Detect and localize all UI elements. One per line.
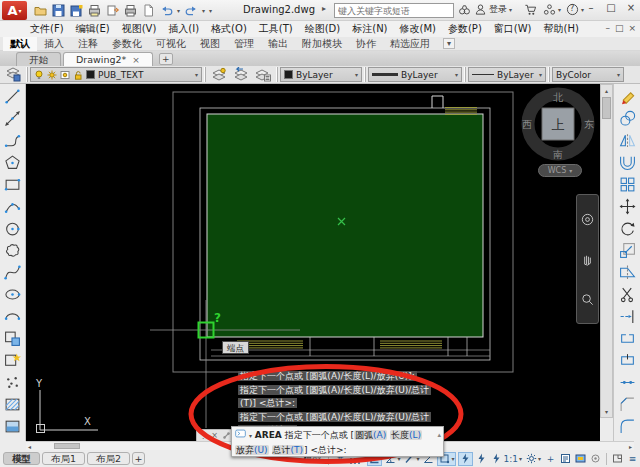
layer-states-icon[interactable] (252, 67, 274, 82)
menu-window[interactable]: 窗口(W) (488, 22, 538, 36)
menu-insert[interactable]: 插入(I) (162, 22, 205, 36)
close-button[interactable]: × (624, 2, 638, 13)
hardware-acceleration-icon[interactable] (574, 452, 587, 466)
new-layout-button[interactable]: + (132, 452, 145, 465)
new-drawing-tab-button[interactable]: + (159, 53, 173, 65)
redo-caret-icon[interactable]: ▾ (202, 7, 205, 14)
ribbon-tab-home[interactable]: 默认 (3, 37, 37, 51)
ribbon-tab-addins[interactable]: 附加模块 (295, 37, 349, 51)
menu-format[interactable]: 格式(O) (205, 22, 253, 36)
layer-color-swatch[interactable] (86, 70, 95, 79)
sign-in-control[interactable]: 登录 ▾ (474, 3, 512, 16)
viewcube-south-label[interactable]: 南 (553, 149, 563, 160)
spline-tool-icon[interactable] (1, 261, 25, 283)
annotation-autoscale-icon[interactable] (475, 452, 488, 466)
ribbon-display-toggle[interactable]: ▾ (443, 38, 455, 49)
plot-icon[interactable] (87, 3, 101, 17)
workspace-switching-icon[interactable]: ▾ (525, 452, 542, 466)
horizontal-scroll-thumb[interactable] (54, 443, 80, 449)
layout-tab-layout2[interactable]: 布局2 (87, 452, 130, 465)
layer-viewport-freeze-icon[interactable] (60, 70, 70, 80)
mirror-tool-icon[interactable] (615, 129, 639, 151)
application-menu-button[interactable]: A▾ (2, 1, 27, 20)
plot-style-dropdown[interactable]: ByColor ▾ (552, 67, 624, 82)
layer-properties-manager-icon[interactable] (2, 67, 24, 82)
title-flyout-icon[interactable]: ▸ (322, 4, 326, 13)
menu-modify[interactable]: 修改(M) (394, 22, 442, 36)
zoom-extents-icon[interactable] (580, 292, 595, 307)
viewcube[interactable]: 上 北 南 西 东 (522, 92, 594, 160)
menu-view[interactable]: 视图(V) (116, 22, 163, 36)
menu-help[interactable]: 帮助(H) (538, 22, 585, 36)
option-length-button[interactable]: 长度(L) (390, 430, 422, 440)
copy-tool-icon[interactable] (615, 107, 639, 129)
undo-caret-icon[interactable]: ▾ (177, 7, 180, 14)
viewcube-east-label[interactable]: 东 (584, 119, 594, 130)
new-sheet-icon[interactable] (141, 3, 155, 17)
rotate-tool-icon[interactable] (615, 217, 639, 239)
array-tool-icon[interactable] (615, 173, 639, 195)
app-store-cart-icon[interactable] (524, 3, 537, 16)
doc-restore-button[interactable]: □ (615, 23, 624, 33)
chamfer-tool-icon[interactable] (615, 393, 639, 415)
help-icon[interactable]: ?▾ (566, 3, 584, 16)
save-icon[interactable] (51, 3, 65, 17)
qat-customize-caret-icon[interactable]: ▾ (209, 7, 212, 14)
create-block-tool-icon[interactable] (1, 349, 25, 371)
ribbon-tab-insert[interactable]: 插入 (37, 37, 71, 51)
ribbon-tab-output[interactable]: 输出 (261, 37, 295, 51)
gradient-tool-icon[interactable] (1, 415, 25, 437)
layer-select-dropdown[interactable]: PUB_TEXT ▾ (30, 67, 202, 82)
maximize-button[interactable]: □ (604, 2, 618, 13)
layer-dropdown-caret-icon[interactable]: ▾ (195, 71, 198, 78)
ribbon-tab-manage[interactable]: 管理 (227, 37, 261, 51)
scale-tool-icon[interactable] (615, 239, 639, 261)
command-line-window[interactable]: ▾ AREA 指定下一个点或 [圆弧(A) 长度(L) ▴ 放弃(U) 总计(T… (231, 426, 444, 457)
layer-previous-icon[interactable] (230, 67, 252, 82)
line-tool-icon[interactable] (1, 85, 25, 107)
viewcube-west-label[interactable]: 西 (522, 119, 532, 130)
ellipse-arc-tool-icon[interactable] (1, 305, 25, 327)
ribbon-tab-collaborate[interactable]: 协作 (349, 37, 383, 51)
file-tab-drawing2[interactable]: Drawing2*× (63, 52, 153, 66)
trim-tool-icon[interactable] (615, 283, 639, 305)
hatch-tool-icon[interactable] (1, 393, 25, 415)
ribbon-tab-annotate[interactable]: 注释 (71, 37, 105, 51)
menu-draw[interactable]: 绘图(D) (299, 22, 347, 36)
linetype-dropdown[interactable]: ByLayer ▾ (468, 67, 546, 82)
join-tool-icon[interactable] (615, 371, 639, 393)
dock-wrench-icon[interactable] (222, 431, 231, 440)
save-as-icon[interactable] (69, 3, 83, 17)
search-binoculars-icon[interactable] (458, 3, 471, 16)
customization-icon[interactable]: ≡ (626, 452, 639, 466)
lineweight-dropdown[interactable]: ByLayer ▾ (368, 67, 462, 82)
construction-line-tool-icon[interactable] (1, 107, 25, 129)
viewcube-north-label[interactable]: 北 (553, 92, 564, 103)
ribbon-tab-parametric[interactable]: 参数化 (105, 37, 149, 51)
fillet-tool-icon[interactable] (615, 415, 639, 437)
isolate-objects-icon[interactable] (589, 452, 602, 466)
dock-close-icon[interactable]: × (211, 431, 218, 440)
stretch-tool-icon[interactable] (615, 261, 639, 283)
move-tool-icon[interactable] (615, 195, 639, 217)
undo-icon[interactable] (159, 3, 173, 17)
navigation-wheel-icon[interactable] (580, 212, 595, 227)
dock-grip-icon[interactable]: ⋮ (199, 431, 207, 440)
extend-tool-icon[interactable] (615, 305, 639, 327)
doc-minimize-button[interactable]: – (605, 23, 610, 33)
menu-dimension[interactable]: 标注(N) (346, 22, 393, 36)
object-color-dropdown[interactable]: ByLayer ▾ (280, 67, 362, 82)
print-icon[interactable] (123, 3, 137, 17)
redo-icon[interactable] (184, 3, 198, 17)
polyline-tool-icon[interactable] (1, 129, 25, 151)
quick-properties-icon[interactable] (559, 452, 572, 466)
annotation-visibility-icon[interactable] (458, 452, 473, 466)
publish-icon[interactable] (105, 3, 119, 17)
polygon-tool-icon[interactable] (1, 151, 25, 173)
open-file-icon[interactable] (33, 3, 47, 17)
layer-unlock-icon[interactable] (73, 70, 83, 80)
autodesk-connect-icon[interactable]: ▾ (543, 3, 561, 16)
offset-tool-icon[interactable] (615, 151, 639, 173)
search-input[interactable] (334, 3, 454, 18)
option-total-button[interactable]: 总计(T) (272, 445, 305, 455)
